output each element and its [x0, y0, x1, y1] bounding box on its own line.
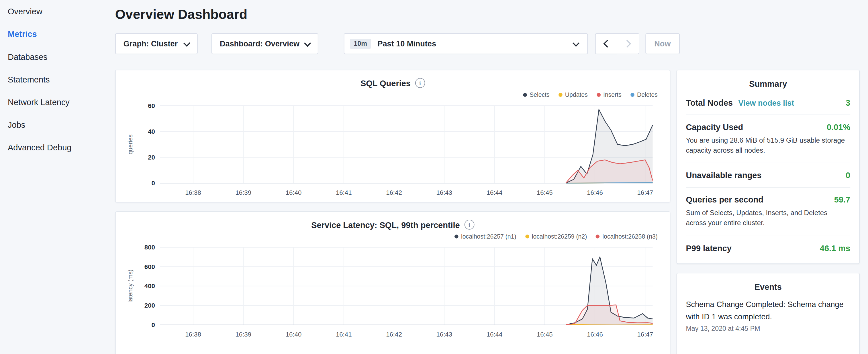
legend-dot-icon [596, 234, 600, 238]
graph-dropdown[interactable]: Graph: Cluster [115, 33, 198, 54]
event-text: Schema Change Completed: Schema change w… [686, 298, 850, 323]
sidebar-item-metrics[interactable]: Metrics [8, 23, 108, 45]
summary-label: P99 latency [686, 243, 731, 253]
legend-item[interactable]: Selects [523, 91, 550, 98]
svg-text:16:43: 16:43 [436, 189, 452, 196]
summary-row: Queries per second59.7Sum of Selects, Up… [686, 187, 850, 235]
legend-item[interactable]: Inserts [597, 91, 622, 98]
summary-row: Total NodesView nodes list3 [686, 91, 850, 115]
legend-label: Updates [565, 91, 588, 98]
legend-item[interactable]: localhost:26257 (n1) [455, 233, 517, 239]
summary-value: 59.7 [834, 195, 850, 204]
summary-title: Summary [686, 79, 850, 89]
right-column: Summary Total NodesView nodes list3Capac… [677, 70, 860, 354]
events-title: Events [686, 282, 850, 291]
sidebar-item-network-latency[interactable]: Network Latency [8, 91, 108, 114]
sidebar-item-databases[interactable]: Databases [8, 45, 108, 68]
event-timestamp: May 13, 2020 at 4:45 PM [686, 325, 850, 332]
charts-column: SQL Queries i SelectsUpdatesInsertsDelet… [115, 70, 671, 354]
chevron-down-icon [183, 39, 191, 47]
time-range-dropdown[interactable]: 10m Past 10 Minutes [344, 33, 588, 54]
legend-dot-icon [455, 234, 459, 238]
time-back-button[interactable] [595, 33, 617, 54]
summary-value: 3 [846, 98, 850, 107]
main-content: Overview Dashboard Graph: Cluster Dashbo… [108, 0, 868, 354]
sidebar-item-jobs[interactable]: Jobs [8, 114, 108, 136]
now-button[interactable]: Now [645, 33, 679, 54]
chevron-right-icon [623, 40, 631, 47]
time-range-badge: 10m [350, 39, 371, 49]
svg-text:16:44: 16:44 [487, 331, 503, 338]
service-latency-chart-panel: Service Latency: SQL, 99th percentile i … [115, 212, 671, 354]
svg-text:16:42: 16:42 [386, 331, 402, 338]
svg-text:16:45: 16:45 [537, 331, 553, 338]
svg-text:0: 0 [152, 321, 155, 328]
chart-title-row: SQL Queries i [125, 77, 661, 89]
summary-value: 0.01% [827, 122, 850, 132]
svg-text:16:46: 16:46 [587, 189, 603, 196]
svg-text:16:43: 16:43 [436, 331, 452, 338]
view-nodes-list-link[interactable]: View nodes list [738, 99, 794, 107]
svg-text:16:45: 16:45 [537, 189, 553, 196]
svg-text:16:41: 16:41 [336, 331, 352, 338]
svg-text:16:46: 16:46 [587, 331, 603, 338]
legend-label: Selects [530, 91, 550, 98]
sidebar-item-advanced-debug[interactable]: Advanced Debug [8, 136, 108, 159]
chart-legend: SelectsUpdatesInsertsDeletes [125, 90, 658, 99]
chevron-left-icon [603, 40, 611, 47]
svg-text:16:47: 16:47 [637, 189, 653, 196]
chart-title: SQL Queries [361, 78, 411, 88]
sidebar-item-overview[interactable]: Overview [8, 0, 108, 23]
summary-description: Sum of Selects, Updates, Inserts, and De… [686, 208, 850, 228]
svg-text:20: 20 [148, 154, 155, 161]
info-icon[interactable]: i [464, 220, 474, 230]
time-forward-button[interactable] [617, 33, 639, 54]
summary-rows: Total NodesView nodes list3Capacity Used… [686, 91, 850, 260]
summary-label: Unavailable ranges [686, 170, 762, 180]
summary-panel: Summary Total NodesView nodes list3Capac… [677, 70, 860, 263]
sql-queries-chart: 020406016:3816:3916:4016:4116:4216:4316:… [125, 100, 661, 202]
svg-text:16:40: 16:40 [286, 189, 302, 196]
svg-text:0: 0 [152, 180, 155, 187]
page-title: Overview Dashboard [115, 7, 860, 22]
legend-item[interactable]: localhost:26259 (n2) [525, 233, 587, 239]
summary-label: Capacity Used [686, 122, 743, 132]
events-list: Schema Change Completed: Schema change w… [686, 298, 850, 332]
legend-label: localhost:26259 (n2) [532, 233, 587, 239]
legend-label: Deletes [637, 91, 658, 98]
legend-item[interactable]: localhost:26258 (n3) [596, 233, 658, 239]
svg-text:40: 40 [148, 128, 155, 135]
time-range-label: Past 10 Minutes [378, 39, 436, 48]
summary-label: Total Nodes [686, 98, 733, 107]
event-item[interactable]: Schema Change Completed: Schema change w… [686, 298, 850, 332]
events-panel: Events Schema Change Completed: Schema c… [677, 272, 860, 354]
chevron-down-icon [572, 39, 580, 47]
svg-text:800: 800 [145, 244, 155, 251]
legend-dot-icon [559, 93, 562, 97]
svg-text:queries: queries [127, 134, 134, 154]
summary-value: 0 [846, 170, 850, 180]
summary-label: Queries per second [686, 195, 764, 204]
chevron-down-icon [304, 39, 311, 47]
svg-text:16:39: 16:39 [235, 189, 251, 196]
svg-text:16:38: 16:38 [185, 331, 201, 338]
dashboard-dropdown-label: Dashboard: Overview [220, 39, 300, 48]
summary-row: Capacity Used0.01%You are using 28.6 MiB… [686, 115, 850, 163]
service-latency-chart: 020040060080016:3816:3916:4016:4116:4216… [125, 242, 661, 344]
legend-dot-icon [525, 234, 529, 238]
svg-text:60: 60 [148, 102, 155, 109]
app-root: OverviewMetricsDatabasesStatementsNetwor… [0, 0, 868, 354]
dashboard-dropdown[interactable]: Dashboard: Overview [212, 33, 318, 54]
svg-text:16:42: 16:42 [386, 189, 402, 196]
legend-dot-icon [597, 93, 601, 97]
summary-row: Unavailable ranges0 [686, 163, 850, 187]
svg-text:16:39: 16:39 [235, 331, 251, 338]
svg-text:16:40: 16:40 [286, 331, 302, 338]
legend-item[interactable]: Updates [559, 91, 588, 98]
info-icon[interactable]: i [415, 78, 425, 88]
svg-text:16:47: 16:47 [637, 331, 653, 338]
legend-item[interactable]: Deletes [630, 91, 658, 98]
svg-text:600: 600 [145, 263, 155, 270]
sidebar-item-statements[interactable]: Statements [8, 68, 108, 91]
svg-text:16:44: 16:44 [487, 189, 503, 196]
